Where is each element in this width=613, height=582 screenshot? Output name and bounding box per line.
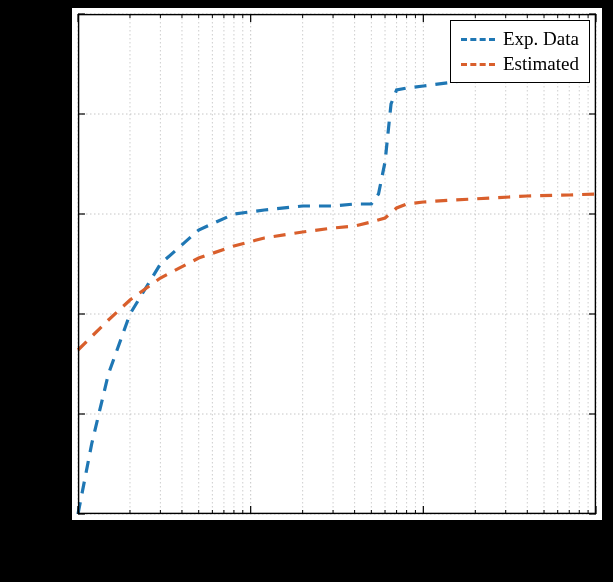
x-axis-label: Time[Min] (0, 550, 613, 576)
y-tick-label: 25 (42, 403, 72, 425)
svg-rect-102 (79, 15, 596, 514)
y-tick-label: 30 (42, 303, 72, 325)
plot-area: Exp. Data Estimated (78, 14, 596, 514)
legend-label-est: Estimated (503, 52, 579, 77)
y-tick-label: 35 (42, 203, 72, 225)
legend: Exp. Data Estimated (450, 20, 590, 83)
legend-swatch-est (461, 63, 495, 66)
legend-swatch-exp (461, 38, 495, 41)
legend-entry-est: Estimated (461, 52, 579, 77)
x-tick-label: 103 (583, 520, 609, 544)
legend-label-exp: Exp. Data (503, 27, 579, 52)
y-tick-label: 45 (42, 3, 72, 25)
figure: Exp. Data Estimated Time[Min] Temperatur… (0, 0, 613, 582)
y-tick-label: 20 (42, 503, 72, 525)
x-tick-label: 102 (411, 520, 437, 544)
legend-entry-exp: Exp. Data (461, 27, 579, 52)
y-tick-label: 40 (42, 103, 72, 125)
y-axis-label: Temperature[C] (3, 205, 29, 325)
x-tick-label: 101 (238, 520, 264, 544)
axes-frame (78, 14, 596, 514)
